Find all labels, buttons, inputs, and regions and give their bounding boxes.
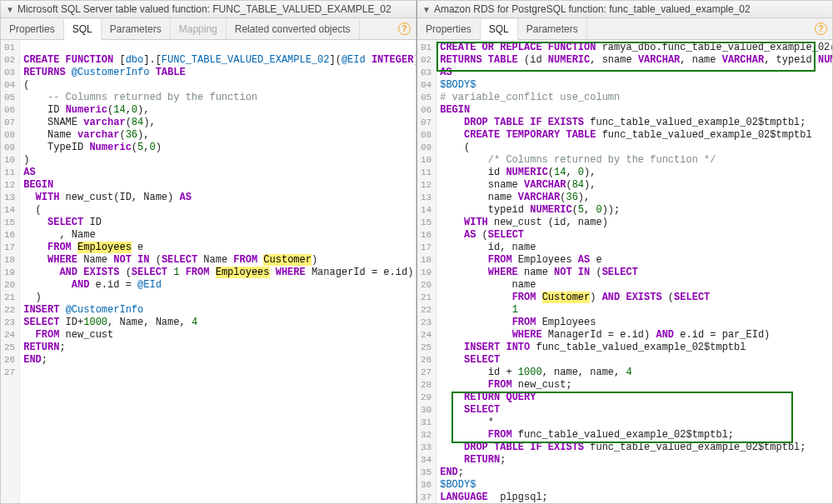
code-line: name	[440, 279, 829, 292]
code-line: ID Numeric(14,0),	[23, 104, 412, 117]
code-line: RETURN QUERY	[440, 392, 829, 404]
code-line: FROM func_table_valued_example_02$tmptbl…	[440, 429, 829, 442]
code-line: WHERE name NOT IN (SELECT	[440, 267, 829, 279]
left-gutter: 01 02 03 04 05 06 07 08 09 10 11 12 13 1…	[1, 40, 20, 503]
left-tabs: PropertiesSQLParametersMappingRelated co…	[1, 18, 416, 40]
tab-parameters[interactable]: Parameters	[518, 19, 587, 39]
tab-parameters[interactable]: Parameters	[102, 19, 171, 39]
code-line: *	[440, 417, 829, 429]
chevron-down-icon[interactable]: ▼	[422, 5, 431, 14]
code-line: CREATE FUNCTION [dbo].[FUNC_TABLE_VALUED…	[23, 54, 412, 67]
code-line: $BODY$	[440, 79, 829, 92]
code-line: RETURN;	[440, 454, 829, 467]
right-titlebar: ▼ Amazon RDS for PostgreSQL function: fu…	[417, 1, 832, 18]
code-line: Name varchar(36),	[23, 129, 412, 142]
tab-properties[interactable]: Properties	[1, 19, 64, 39]
code-line: RETURNS @CustomerInfo TABLE	[23, 67, 412, 79]
code-line: # variable_conflict use_column	[440, 92, 829, 104]
right-gutter: 01 02 03 04 05 06 07 08 09 10 11 12 13 1…	[417, 40, 436, 503]
code-line: AS (SELECT	[440, 229, 829, 242]
left-code[interactable]: CREATE FUNCTION [dbo].[FUNC_TABLE_VALUED…	[20, 40, 416, 503]
code-line: LANGUAGE plpgsql;	[440, 492, 829, 503]
right-tabs: PropertiesSQLParameters?	[417, 18, 832, 40]
right-code-area[interactable]: 01 02 03 04 05 06 07 08 09 10 11 12 13 1…	[417, 40, 832, 503]
code-line	[23, 367, 412, 379]
code-line: INSERT @CustomerInfo	[23, 304, 412, 317]
code-line: /* Columns returned by the function */	[440, 154, 829, 167]
help-icon[interactable]: ?	[815, 22, 827, 35]
code-line: INSERT INTO func_table_valued_example_02…	[440, 342, 829, 354]
code-line	[23, 42, 412, 54]
code-line: name VARCHAR(36),	[440, 192, 829, 204]
tab-sql[interactable]: SQL	[481, 19, 518, 40]
code-line: -- Columns returned by the function	[23, 92, 412, 104]
code-line: TypeID Numeric(5,0)	[23, 142, 412, 154]
code-line: BEGIN	[23, 179, 412, 192]
code-line: WITH new_cust (id, name)	[440, 217, 829, 229]
code-line: (	[440, 142, 829, 154]
tab-mapping[interactable]: Mapping	[171, 19, 227, 39]
right-code[interactable]: CREATE OR REPLACE FUNCTION ramya_dbo.fun…	[436, 40, 832, 503]
code-line: END;	[440, 467, 829, 479]
code-line: WITH new_cust(ID, Name) AS	[23, 192, 412, 204]
code-line: FROM Employees e	[23, 242, 412, 254]
code-line: RETURN;	[23, 342, 412, 354]
code-line: (	[23, 79, 412, 92]
code-line: DROP TABLE IF EXISTS func_table_valued_e…	[440, 442, 829, 454]
left-title: Microsoft SQL Server table valued functi…	[17, 3, 392, 15]
code-line: SELECT ID+1000, Name, Name, 4	[23, 317, 412, 329]
tab-sql[interactable]: SQL	[64, 19, 102, 40]
left-pane: ▼ Microsoft SQL Server table valued func…	[0, 0, 416, 504]
code-line: FROM Employees	[440, 317, 829, 329]
code-line: FROM Employees AS e	[440, 254, 829, 267]
left-titlebar: ▼ Microsoft SQL Server table valued func…	[1, 1, 416, 18]
code-line: FROM Customer) AND EXISTS (SELECT	[440, 292, 829, 304]
tab-properties[interactable]: Properties	[417, 19, 481, 39]
chevron-down-icon[interactable]: ▼	[6, 5, 14, 14]
code-line: WHERE Name NOT IN (SELECT Name FROM Cust…	[23, 254, 412, 267]
code-line: $BODY$	[440, 479, 829, 492]
code-line: , Name	[23, 229, 412, 242]
code-line: DROP TABLE IF EXISTS func_table_valued_e…	[440, 117, 829, 129]
code-line: BEGIN	[440, 104, 829, 117]
code-line: AND EXISTS (SELECT 1 FROM Employees WHER…	[23, 267, 412, 279]
left-code-area[interactable]: 01 02 03 04 05 06 07 08 09 10 11 12 13 1…	[1, 40, 416, 503]
code-line: FROM new_cust	[23, 329, 412, 342]
code-line: END;	[23, 354, 412, 367]
code-line: AND e.id = @EId	[23, 279, 412, 292]
code-line: id NUMERIC(14, 0),	[440, 167, 829, 179]
code-line: sname VARCHAR(84),	[440, 179, 829, 192]
right-pane: ▼ Amazon RDS for PostgreSQL function: fu…	[416, 0, 833, 504]
code-line: SELECT	[440, 404, 829, 417]
code-line: CREATE TEMPORARY TABLE func_table_valued…	[440, 129, 829, 142]
code-line: SELECT ID	[23, 217, 412, 229]
code-line: CREATE OR REPLACE FUNCTION ramya_dbo.fun…	[440, 42, 829, 54]
code-line: AS	[440, 67, 829, 79]
code-line: id, name	[440, 242, 829, 254]
tab-related-converted-objects[interactable]: Related converted objects	[227, 19, 360, 39]
code-line: id + 1000, name, name, 4	[440, 367, 829, 379]
code-line: SNAME varchar(84),	[23, 117, 412, 129]
code-line: FROM new_cust;	[440, 379, 829, 392]
code-line: 1	[440, 304, 829, 317]
code-line: RETURNS TABLE (id NUMERIC, sname VARCHAR…	[440, 54, 829, 67]
code-line: SELECT	[440, 354, 829, 367]
code-line: (	[23, 204, 412, 217]
code-line: typeid NUMERIC(5, 0));	[440, 204, 829, 217]
code-line: )	[23, 154, 412, 167]
help-icon[interactable]: ?	[398, 22, 411, 35]
code-line: WHERE ManagerId = e.id) AND e.id = par_E…	[440, 329, 829, 342]
code-line: AS	[23, 167, 412, 179]
code-line: )	[23, 292, 412, 304]
right-title: Amazon RDS for PostgreSQL function: func…	[434, 3, 751, 15]
